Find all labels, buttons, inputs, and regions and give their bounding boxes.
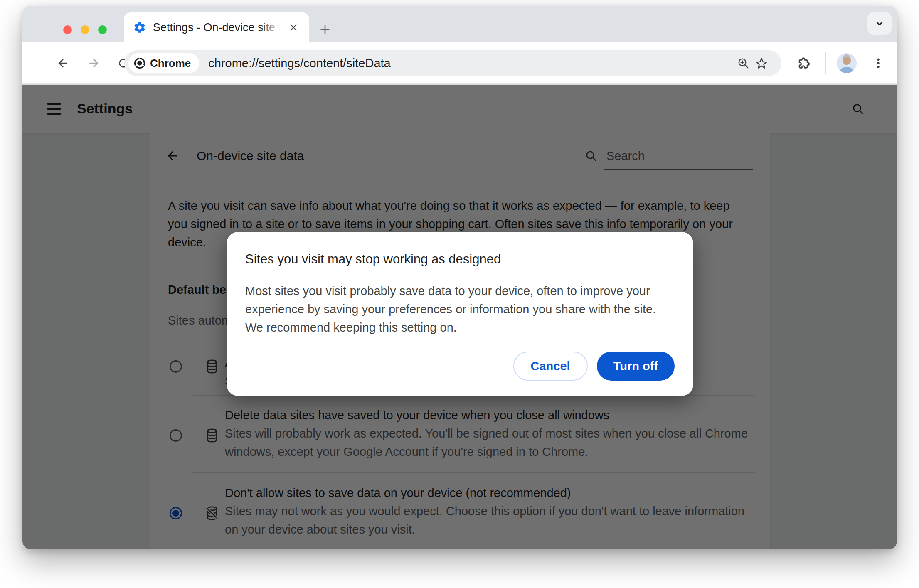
tab-title: Settings - On-device site data (153, 19, 285, 36)
tab-title-fade (260, 19, 285, 36)
confirm-dialog: Sites you visit may stop working as desi… (227, 232, 693, 396)
settings-gear-favicon-icon (133, 21, 146, 34)
browser-toolbar: Chrome chrome://settings/content/siteDat… (22, 42, 897, 84)
toolbar-divider (825, 52, 826, 74)
extensions-puzzle-icon[interactable] (794, 54, 813, 72)
tab-search-button[interactable] (867, 12, 892, 35)
tab-close-icon[interactable] (285, 19, 302, 36)
active-tab[interactable]: Settings - On-device site data (124, 12, 309, 42)
site-chip-label: Chrome (150, 57, 191, 70)
traffic-minimize-button[interactable] (81, 25, 89, 34)
new-tab-button[interactable] (316, 20, 334, 39)
traffic-zoom-button[interactable] (98, 25, 107, 34)
turn-off-button[interactable]: Turn off (597, 352, 675, 381)
url-text: chrome://settings/content/siteData (208, 57, 734, 70)
screenshot-root: Settings - On-device site data (0, 0, 919, 588)
address-bar[interactable]: Chrome chrome://settings/content/siteDat… (124, 50, 781, 76)
tab-strip: Settings - On-device site data (22, 6, 897, 42)
chrome-logo-icon (133, 57, 146, 69)
dialog-title: Sites you visit may stop working as desi… (245, 250, 675, 268)
cancel-button[interactable]: Cancel (513, 352, 588, 381)
site-info-chip[interactable]: Chrome (128, 53, 199, 73)
browser-window: Settings - On-device site data (22, 6, 897, 549)
chevron-down-icon (874, 17, 885, 29)
browser-menu-kebab-icon[interactable] (869, 54, 887, 72)
back-button[interactable] (54, 54, 72, 72)
dialog-body: Most sites you visit probably save data … (245, 282, 675, 337)
dialog-actions: Cancel Turn off (245, 352, 675, 381)
traffic-close-button[interactable] (63, 25, 72, 34)
zoom-page-icon[interactable] (734, 54, 752, 72)
bookmark-star-icon[interactable] (752, 54, 771, 72)
forward-button[interactable] (85, 54, 103, 72)
profile-avatar[interactable] (837, 53, 857, 73)
